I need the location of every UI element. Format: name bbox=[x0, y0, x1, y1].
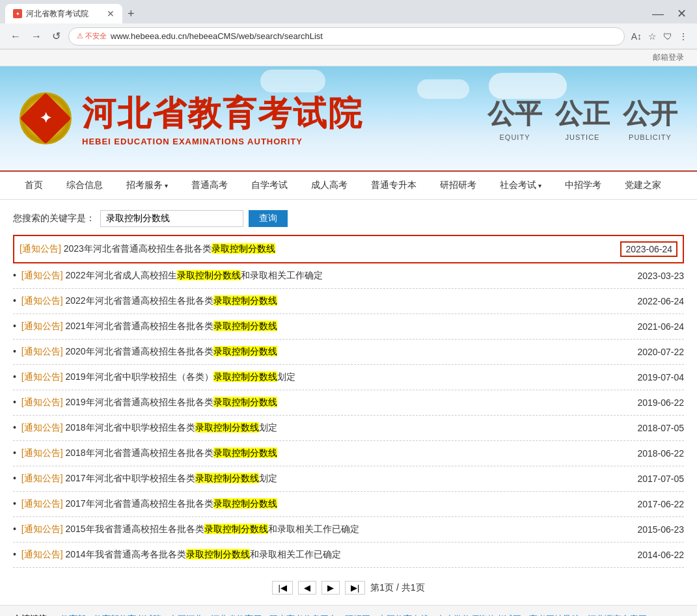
motto-equity: 公平 EQUITY bbox=[487, 96, 542, 141]
new-tab-button[interactable]: + bbox=[122, 7, 140, 21]
result-item-4: • [通知公告] 2021年河北省普通高校招生各批各类录取控制分数线 2021-… bbox=[13, 314, 684, 340]
motto-justice: 公正 JUSTICE bbox=[555, 96, 610, 141]
bookmark-icon[interactable]: ☆ bbox=[647, 30, 658, 43]
result-link-5[interactable]: • [通知公告] 2020年河北省普通高校招生各批各类录取控制分数线 bbox=[13, 346, 277, 358]
result-date-12: 2015-06-23 bbox=[637, 524, 684, 535]
result-tag-12: [通知公告] bbox=[21, 524, 63, 534]
nav-grad[interactable]: 研招研考 bbox=[428, 172, 488, 199]
search-button[interactable]: 查询 bbox=[249, 210, 288, 227]
bullet-2: • bbox=[13, 270, 16, 280]
first-page-button[interactable]: |◀ bbox=[272, 581, 292, 595]
nav-gaokao[interactable]: 普通高考 bbox=[180, 172, 239, 199]
hero-right: 公平 EQUITY 公正 JUSTICE 公开 PUBLICITY bbox=[487, 96, 677, 141]
cloud-2 bbox=[417, 79, 469, 99]
mail-login-link[interactable]: 邮箱登录 bbox=[653, 52, 684, 63]
main-nav: 首页 综合信息 招考服务 普通高考 自学考试 成人高考 普通专升本 研招研考 社… bbox=[0, 170, 697, 200]
bullet-13: • bbox=[13, 549, 16, 559]
address-input[interactable]: ⚠ 不安全 www.hebeea.edu.cn/hebeeaCMS/web/se… bbox=[68, 27, 625, 46]
result-date-2: 2023-03-23 bbox=[637, 271, 684, 281]
footer-link-7[interactable]: 中小学教师资格考试网 bbox=[437, 613, 521, 616]
footer-link-8[interactable]: 高考网址导航 bbox=[529, 613, 580, 616]
result-link-12[interactable]: • [通知公告] 2015年我省普通高校招生各批各类录取控制分数线和录取相关工作… bbox=[13, 524, 359, 535]
result-tag-2: [通知公告] bbox=[21, 270, 63, 280]
bullet-11: • bbox=[13, 498, 16, 509]
result-link-11[interactable]: • [通知公告] 2017年河北省普通高校招生各批各类录取控制分数线 bbox=[13, 498, 277, 510]
nav-enrollment[interactable]: 招考服务 bbox=[115, 172, 180, 199]
nav-general[interactable]: 综合信息 bbox=[55, 172, 115, 199]
prev-page-button[interactable]: ◀ bbox=[298, 581, 316, 595]
nav-home[interactable]: 首页 bbox=[13, 172, 55, 199]
footer-link-6[interactable]: 中国教育在线 bbox=[378, 613, 429, 616]
result-link-7[interactable]: • [通知公告] 2019年河北省普通高校招生各批各类录取控制分数线 bbox=[13, 397, 277, 408]
translate-icon[interactable]: A↕ bbox=[630, 30, 643, 43]
page-content: 邮箱登录 ✦ 河北省教育考试院 HEBEI EDUCATION EXAMINAT… bbox=[0, 49, 697, 616]
result-date-1: 2023-06-24 bbox=[620, 241, 677, 257]
footer-link-9[interactable]: 河北语言文字网 bbox=[588, 613, 647, 616]
result-keyword-11: 录取控制分数线 bbox=[213, 498, 277, 509]
forward-button[interactable]: → bbox=[29, 29, 44, 44]
result-item-5: • [通知公告] 2020年河北省普通高校招生各批各类录取控制分数线 2020-… bbox=[13, 340, 684, 365]
tab-title: 河北省教育考试院 bbox=[26, 8, 89, 20]
shield-icon[interactable]: 🛡 bbox=[662, 30, 674, 43]
refresh-button[interactable]: ↺ bbox=[49, 29, 63, 44]
search-row: 您搜索的关键字是： 查询 bbox=[13, 210, 684, 227]
result-link-13[interactable]: • [通知公告] 2014年我省普通高考各批各类录取控制分数线和录取相关工作已确… bbox=[13, 549, 341, 561]
search-input[interactable] bbox=[100, 210, 243, 227]
result-link-2[interactable]: • [通知公告] 2022年河北省成人高校招生录取控制分数线和录取相关工作确定 bbox=[13, 270, 323, 282]
result-item-11: • [通知公告] 2017年河北省普通高校招生各批各类录取控制分数线 2017-… bbox=[13, 492, 684, 517]
footer-label: 友情链接： bbox=[13, 613, 55, 616]
result-keyword-4: 录取控制分数线 bbox=[213, 321, 277, 331]
menu-icon[interactable]: ⋮ bbox=[677, 30, 689, 43]
nav-party[interactable]: 党建之家 bbox=[613, 172, 673, 199]
result-tag-8: [通知公告] bbox=[21, 422, 63, 433]
footer-link-2[interactable]: 中国河北 bbox=[169, 613, 203, 616]
result-keyword-2: 录取控制分数线 bbox=[177, 270, 241, 280]
minimize-button[interactable]: — bbox=[647, 7, 669, 21]
footer-link-0[interactable]: 教育部 bbox=[61, 613, 86, 616]
motto-equity-cn: 公平 bbox=[487, 96, 542, 132]
bullet-4: • bbox=[13, 321, 16, 331]
footer-link-3[interactable]: 河北省教育厅 bbox=[211, 613, 262, 616]
result-item-13: • [通知公告] 2014年我省普通高考各批各类录取控制分数线和录取相关工作已确… bbox=[13, 542, 684, 568]
result-link-1[interactable]: [通知公告] 2023年河北省普通高校招生各批各类录取控制分数线 bbox=[20, 243, 275, 255]
footer-link-5[interactable]: 研招网 bbox=[345, 613, 370, 616]
bullet-9: • bbox=[13, 448, 16, 458]
result-tag-10: [通知公告] bbox=[21, 473, 63, 483]
result-keyword-7: 录取控制分数线 bbox=[213, 397, 277, 407]
result-item-9: • [通知公告] 2018年河北省普通高校招生各批各类录取控制分数线 2018-… bbox=[13, 441, 684, 466]
result-item-7: • [通知公告] 2019年河北省普通高校招生各批各类录取控制分数线 2019-… bbox=[13, 390, 684, 416]
close-button[interactable]: ✕ bbox=[672, 7, 692, 21]
result-keyword-10: 录取控制分数线 bbox=[195, 473, 259, 483]
result-link-10[interactable]: • [通知公告] 2017年河北省中职学校招生各类录取控制分数线划定 bbox=[13, 473, 277, 485]
bullet-8: • bbox=[13, 422, 16, 433]
result-link-8[interactable]: • [通知公告] 2018年河北省中职学校招生各类录取控制分数线划定 bbox=[13, 422, 277, 434]
bullet-12: • bbox=[13, 524, 16, 534]
last-page-button[interactable]: ▶| bbox=[345, 581, 365, 595]
nav-upgrade[interactable]: 普通专升本 bbox=[359, 172, 428, 199]
back-button[interactable]: ← bbox=[8, 29, 23, 44]
result-keyword-1: 录取控制分数线 bbox=[212, 243, 275, 254]
footer-link-4[interactable]: 阳光高考信息平台 bbox=[269, 613, 337, 616]
result-date-9: 2018-06-22 bbox=[637, 448, 684, 459]
security-warning: ⚠ 不安全 bbox=[77, 31, 107, 41]
result-item-3: • [通知公告] 2022年河北省普通高校招生各批各类录取控制分数线 2022-… bbox=[13, 289, 684, 314]
nav-adult-exam[interactable]: 成人高考 bbox=[299, 172, 359, 199]
result-item-12: • [通知公告] 2015年我省普通高校招生各批各类录取控制分数线和录取相关工作… bbox=[13, 517, 684, 542]
tab-close-button[interactable]: ✕ bbox=[107, 8, 115, 19]
active-tab[interactable]: ✦ 河北省教育考试院 ✕ bbox=[5, 4, 122, 23]
results-area: [通知公告] 2023年河北省普通高校招生各批各类录取控制分数线 2023-06… bbox=[0, 232, 697, 570]
nav-self-exam[interactable]: 自学考试 bbox=[239, 172, 299, 199]
nav-social[interactable]: 社会考试 bbox=[488, 172, 553, 199]
logo-image: ✦ bbox=[20, 92, 72, 144]
tab-bar: ✦ 河北省教育考试院 ✕ + — ✕ bbox=[0, 0, 697, 23]
hero-left: ✦ 河北省教育考试院 HEBEI EDUCATION EXAMINATIONS … bbox=[20, 91, 363, 146]
result-link-3[interactable]: • [通知公告] 2022年河北省普通高校招生各批各类录取控制分数线 bbox=[13, 295, 277, 307]
nav-middle[interactable]: 中招学考 bbox=[553, 172, 613, 199]
result-date-13: 2014-06-22 bbox=[637, 550, 684, 560]
next-page-button[interactable]: ▶ bbox=[321, 581, 340, 595]
result-link-4[interactable]: • [通知公告] 2021年河北省普通高校招生各批各类录取控制分数线 bbox=[13, 321, 277, 332]
footer-link-1[interactable]: 教育部教育考试院 bbox=[94, 613, 161, 616]
result-date-5: 2020-07-22 bbox=[637, 347, 684, 357]
result-link-9[interactable]: • [通知公告] 2018年河北省普通高校招生各批各类录取控制分数线 bbox=[13, 448, 277, 459]
result-link-6[interactable]: • [通知公告] 2019年河北省中职学校招生（各类）录取控制分数线划定 bbox=[13, 371, 295, 383]
